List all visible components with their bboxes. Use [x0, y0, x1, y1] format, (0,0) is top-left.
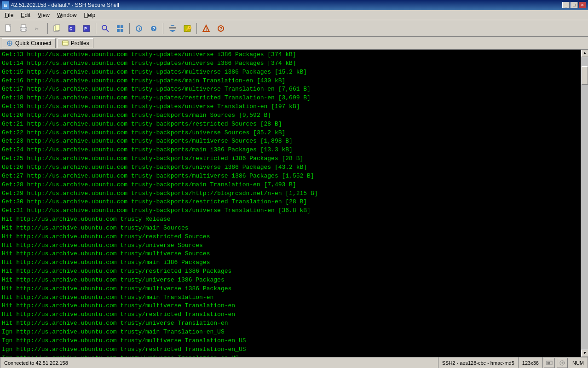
- toolbar-btn14[interactable]: ?: [214, 22, 228, 35]
- toolbar-print-btn[interactable]: [17, 22, 30, 35]
- title-bar: 🖥 42.51.202.158 - default* - SSH Secure …: [0, 0, 588, 10]
- toolbar-btn3[interactable]: ✂: [31, 22, 45, 35]
- toolbar-sep3: [129, 23, 130, 34]
- quick-connect-button[interactable]: Quick Connect: [2, 38, 56, 48]
- terminal-line: Get:18 http://us.archive.ubuntu.com trus…: [2, 94, 579, 103]
- terminal-line: Hit http://us.archive.ubuntu.com trusty/…: [2, 250, 579, 259]
- scrollbar-thumb[interactable]: [582, 66, 588, 85]
- menu-view[interactable]: View: [34, 11, 53, 20]
- svg-rect-17: [121, 29, 123, 32]
- toolbar-btn7[interactable]: [98, 22, 112, 35]
- connected-text: Connected to 42.51.202.158: [4, 360, 68, 366]
- title-bar-buttons: _ □ ✕: [562, 2, 586, 8]
- terminal-container: Get:13 http://us.archive.ubuntu.com trus…: [0, 50, 588, 357]
- toolbar-btn13[interactable]: !: [199, 22, 213, 35]
- scrollbar[interactable]: ▲ ▼: [581, 50, 588, 357]
- status-numlock: NUM: [569, 357, 588, 368]
- terminal-line: Hit http://us.archive.ubuntu.com trusty/…: [2, 293, 579, 302]
- toolbar-btn4[interactable]: [50, 22, 64, 35]
- terminal-line: Ign http://us.archive.ubuntu.com trusty/…: [2, 337, 579, 345]
- profiles-icon: [62, 40, 69, 47]
- toolbar-sep1: [47, 23, 48, 34]
- minimize-button[interactable]: _: [562, 2, 570, 8]
- toolbar-sep5: [196, 23, 197, 34]
- status-icon-btn2[interactable]: [557, 358, 568, 368]
- svg-rect-34: [63, 41, 68, 45]
- terminal-output[interactable]: Get:13 http://us.archive.ubuntu.com trus…: [0, 50, 581, 357]
- menu-window[interactable]: Window: [53, 11, 81, 20]
- toolbar-btn8[interactable]: [113, 22, 127, 35]
- terminal-line: Hit http://us.archive.ubuntu.com trusty/…: [2, 310, 579, 319]
- toolbar-btn5[interactable]: C: [65, 22, 79, 35]
- close-button[interactable]: ✕: [579, 2, 586, 8]
- toolbar-btn6[interactable]: P: [80, 22, 93, 35]
- terminal-line: Get:14 http://us.archive.ubuntu.com trus…: [2, 59, 579, 68]
- terminal-line: Ign http://us.archive.ubuntu.com trusty/…: [2, 328, 579, 337]
- terminal-line: Get:29 http://us.archive.ubuntu.com trus…: [2, 190, 579, 198]
- svg-text:P: P: [84, 27, 87, 32]
- scroll-up-button[interactable]: ▲: [581, 50, 588, 57]
- terminal-line: Hit http://us.archive.ubuntu.com trusty/…: [2, 302, 579, 310]
- menu-help[interactable]: Help: [81, 11, 99, 20]
- status-bar: Connected to 42.51.202.158 SSH2 - aes128…: [0, 357, 588, 368]
- menu-help-label: Help: [84, 12, 96, 18]
- menu-window-label: Window: [57, 12, 77, 18]
- svg-text:C: C: [69, 27, 72, 32]
- status-icon-btn1[interactable]: ⊞: [544, 358, 555, 368]
- menu-file[interactable]: File: [1, 11, 17, 20]
- terminal-line: Hit http://us.archive.ubuntu.com trusty/…: [2, 233, 579, 242]
- toolbar-btn9[interactable]: i: [132, 22, 146, 35]
- quick-connect-label: Quick Connect: [15, 40, 52, 46]
- terminal-line: Get:17 http://us.archive.ubuntu.com trus…: [2, 85, 579, 94]
- dimensions-text: 123x36: [522, 360, 539, 366]
- terminal-line: Get:24 http://us.archive.ubuntu.com trus…: [2, 146, 579, 155]
- scroll-down-button[interactable]: ▼: [581, 350, 588, 357]
- terminal-line: Hit http://us.archive.ubuntu.com trusty/…: [2, 259, 579, 267]
- terminal-line: Get:22 http://us.archive.ubuntu.com trus…: [2, 129, 579, 138]
- svg-rect-4: [21, 29, 26, 31]
- quickconnect-bar: Quick Connect Profiles: [0, 37, 588, 50]
- terminal-line: Hit http://us.archive.ubuntu.com trusty/…: [2, 267, 579, 276]
- terminal-line: Get:28 http://us.archive.ubuntu.com trus…: [2, 181, 579, 190]
- terminal-line: Hit http://us.archive.ubuntu.com trusty/…: [2, 276, 579, 285]
- svg-text:?: ?: [152, 26, 156, 32]
- terminal-line: Hit http://us.archive.ubuntu.com trusty/…: [2, 224, 579, 233]
- menu-edit[interactable]: Edit: [17, 11, 34, 20]
- svg-marker-23: [169, 25, 176, 26]
- svg-marker-24: [169, 30, 176, 32]
- toolbar-new-btn[interactable]: [2, 22, 16, 35]
- terminal-line: Hit http://us.archive.ubuntu.com trusty …: [2, 215, 579, 224]
- toolbar-btn10[interactable]: ?: [147, 22, 161, 35]
- terminal-line: Get:21 http://us.archive.ubuntu.com trus…: [2, 120, 579, 129]
- svg-text:!: !: [205, 27, 208, 32]
- svg-rect-3: [21, 25, 26, 28]
- svg-rect-22: [169, 27, 176, 29]
- terminal-line: Get:15 http://us.archive.ubuntu.com trus…: [2, 68, 579, 77]
- scrollbar-track[interactable]: [581, 57, 588, 350]
- terminal-line: Get:23 http://us.archive.ubuntu.com trus…: [2, 137, 579, 146]
- app-icon: 🖥: [2, 1, 9, 9]
- status-cipher: SSH2 - aes128-cbc - hmac-md5: [438, 357, 519, 368]
- cipher-text: SSH2 - aes128-cbc - hmac-md5: [442, 360, 514, 366]
- toolbar-btn11[interactable]: [166, 22, 179, 35]
- svg-rect-16: [117, 29, 120, 32]
- terminal-line: Hit http://us.archive.ubuntu.com trusty/…: [2, 319, 579, 328]
- quick-connect-icon: [6, 40, 13, 47]
- menu-bar: File Edit View Window Help: [0, 10, 588, 20]
- terminal-line: Get:19 http://us.archive.ubuntu.com trus…: [2, 103, 579, 111]
- terminal-line: Get:31 http://us.archive.ubuntu.com trus…: [2, 207, 579, 215]
- terminal-line: Get:30 http://us.archive.ubuntu.com trus…: [2, 198, 579, 207]
- profiles-label: Profiles: [71, 40, 89, 46]
- menu-file-label: File: [5, 12, 13, 18]
- toolbar-btn12[interactable]: 🔑: [180, 22, 194, 35]
- svg-line-13: [106, 29, 109, 32]
- terminal-line: Get:16 http://us.archive.ubuntu.com trus…: [2, 77, 579, 86]
- status-dimensions: 123x36: [519, 357, 543, 368]
- terminal-line: Get:26 http://us.archive.ubuntu.com trus…: [2, 163, 579, 172]
- maximize-button[interactable]: □: [571, 2, 578, 8]
- terminal-line: Ign http://us.archive.ubuntu.com trusty/…: [2, 345, 579, 354]
- profiles-button[interactable]: Profiles: [58, 38, 93, 48]
- terminal-line: Get:25 http://us.archive.ubuntu.com trus…: [2, 155, 579, 163]
- terminal-line: Hit http://us.archive.ubuntu.com trusty/…: [2, 285, 579, 293]
- menu-view-label: View: [38, 12, 50, 18]
